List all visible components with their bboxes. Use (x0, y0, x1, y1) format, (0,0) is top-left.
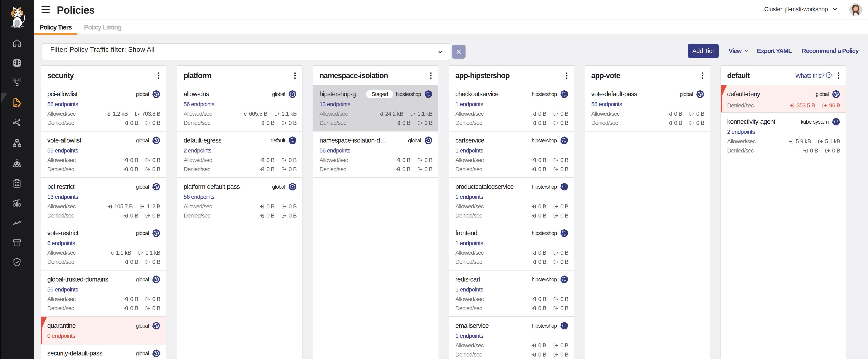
svg-text:ns: ns (564, 96, 565, 97)
svg-text:?: ? (828, 73, 830, 77)
svg-text:ns: ns (835, 123, 837, 125)
svg-text:ns: ns (428, 96, 429, 97)
svg-text:ns: ns (564, 142, 565, 143)
svg-text:ns: ns (564, 281, 565, 282)
svg-text:ns: ns (292, 142, 293, 143)
svg-text:ns: ns (564, 235, 565, 236)
svg-text:ns: ns (564, 327, 565, 329)
svg-text:ns: ns (564, 188, 565, 190)
